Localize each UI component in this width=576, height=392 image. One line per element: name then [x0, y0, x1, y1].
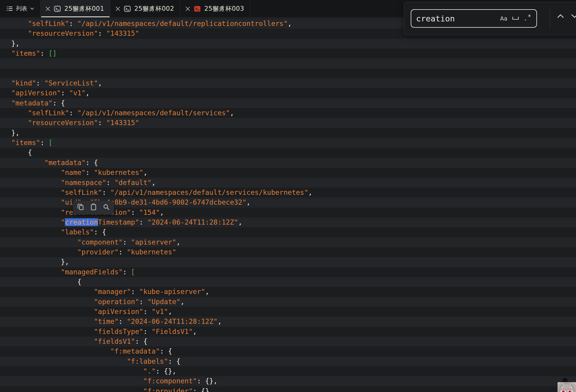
list-menu-button[interactable]: 列表: [0, 0, 41, 17]
json-token: "ServiceList": [44, 79, 98, 87]
list-menu-label: 列表: [16, 5, 27, 13]
indent: [11, 218, 61, 226]
tab-3[interactable]: 25獬豸杯003: [180, 0, 250, 17]
json-token: "fieldsType": [94, 328, 143, 335]
indent: [11, 209, 61, 216]
indent: [11, 228, 61, 236]
indent: [11, 169, 61, 176]
json-token: "/api/v1/namespaces/default/replicationc…: [77, 20, 288, 27]
indent: [11, 347, 110, 355]
json-token: :: [40, 139, 49, 147]
json-token: "f:component": [143, 377, 197, 385]
whole-word-button[interactable]: [512, 16, 519, 21]
copy-icon: [77, 203, 85, 212]
json-token: "items": [11, 139, 40, 147]
whole-word-icon: [512, 16, 519, 21]
json-token: "/api/v1/namespaces/default/services/kub…: [110, 189, 308, 196]
terminal-line: "time": "2024-06-24T11:28:12Z",: [0, 317, 576, 326]
indent: [11, 248, 77, 256]
json-token: "kind": [11, 79, 36, 87]
search-icon: [102, 203, 110, 212]
json-token: :: [85, 169, 94, 176]
json-token: "default": [114, 179, 152, 186]
json-token: : {: [52, 99, 65, 107]
indent: [11, 268, 61, 276]
indent: [11, 328, 94, 335]
json-token: :: [69, 109, 77, 117]
terminal-line: },: [0, 128, 576, 138]
search-input[interactable]: creation Aa .*: [411, 9, 537, 28]
json-token: : {: [168, 357, 180, 365]
close-icon[interactable]: [115, 6, 120, 11]
json-token: :: [139, 298, 147, 306]
json-token: :: [119, 248, 127, 256]
json-token: ,: [176, 238, 180, 246]
close-icon[interactable]: [45, 6, 50, 11]
match-case-button[interactable]: Aa: [500, 15, 507, 22]
json-token: "labels": [61, 228, 94, 236]
json-token: "selfLink": [28, 20, 69, 27]
indent: [11, 298, 94, 306]
json-token: "2024-06-24T11:28:12Z": [127, 318, 218, 325]
avatar-image[interactable]: [558, 382, 576, 392]
json-token: Timestamp": [98, 218, 139, 226]
terminal-line: "selfLink": "/api/v1/namespaces/default/…: [0, 188, 576, 197]
tab-1[interactable]: 25獬豸杯001: [41, 0, 110, 17]
search-selection-button[interactable]: [101, 202, 111, 213]
indent: [11, 119, 28, 127]
json-token: :: [102, 189, 110, 196]
json-token: "/api/v1/namespaces/default/services": [77, 109, 230, 117]
json-token: ,: [160, 209, 164, 216]
json-token: ,: [217, 318, 222, 325]
json-token: ,: [98, 79, 102, 87]
json-token: : {: [135, 337, 147, 345]
copy-button[interactable]: [76, 202, 86, 213]
tab-2[interactable]: 25獬豸杯002: [110, 0, 180, 17]
indent: [11, 159, 44, 167]
find-widget: creation Aa .*: [404, 2, 576, 35]
terminal-line: "f:metadata": {: [0, 346, 576, 356]
json-token: ,: [180, 298, 185, 306]
find-previous-button[interactable]: [554, 12, 567, 21]
json-token: "v1": [69, 89, 85, 97]
indent: [11, 367, 143, 375]
json-token: : {}: [193, 387, 209, 392]
json-token: "154": [139, 209, 160, 216]
json-token: "time": [94, 318, 119, 325]
tab-label: 25獬豸杯001: [64, 4, 104, 13]
find-next-button[interactable]: [568, 12, 576, 21]
json-token: "kubernetes": [127, 248, 176, 256]
json-token: :: [131, 209, 139, 216]
json-token: "resourceVersion": [28, 29, 98, 37]
indent: [11, 109, 28, 117]
paste-button[interactable]: [88, 202, 99, 213]
terminal-line: ".": {},: [0, 366, 576, 376]
json-token: },: [61, 258, 69, 266]
json-token: ,: [238, 218, 242, 226]
json-token: {: [77, 278, 82, 286]
json-token: [: [131, 268, 135, 276]
terminal-line: "provider": "kubernetes": [0, 247, 576, 257]
json-token: :: [106, 179, 115, 186]
json-token: ": [61, 218, 65, 226]
json-token: : {: [85, 159, 98, 167]
terminal-line: {: [0, 277, 576, 287]
terminal-line: "metadata": {: [0, 158, 576, 168]
json-token: "selfLink": [61, 189, 102, 196]
terminal-line: "namespace": "default",: [0, 178, 576, 188]
terminal-line: "selfLink": "/api/v1/namespaces/default/…: [0, 108, 576, 118]
json-token: "Update": [147, 298, 180, 306]
regex-button[interactable]: .*: [524, 15, 532, 22]
json-token: "143315": [106, 29, 139, 37]
indent: [11, 258, 61, 266]
json-token: "v1": [152, 308, 168, 315]
terminal-line: "managedFields": [: [0, 267, 576, 277]
json-token: :: [36, 79, 44, 87]
json-token: "FieldsV1": [152, 328, 193, 335]
indent: [11, 29, 28, 37]
terminal-line: "resourceVersion": "143315": [0, 118, 576, 128]
json-token: ,: [193, 328, 197, 335]
close-icon[interactable]: [185, 6, 190, 11]
indent: [11, 278, 77, 286]
terminal-line: {: [0, 148, 576, 158]
